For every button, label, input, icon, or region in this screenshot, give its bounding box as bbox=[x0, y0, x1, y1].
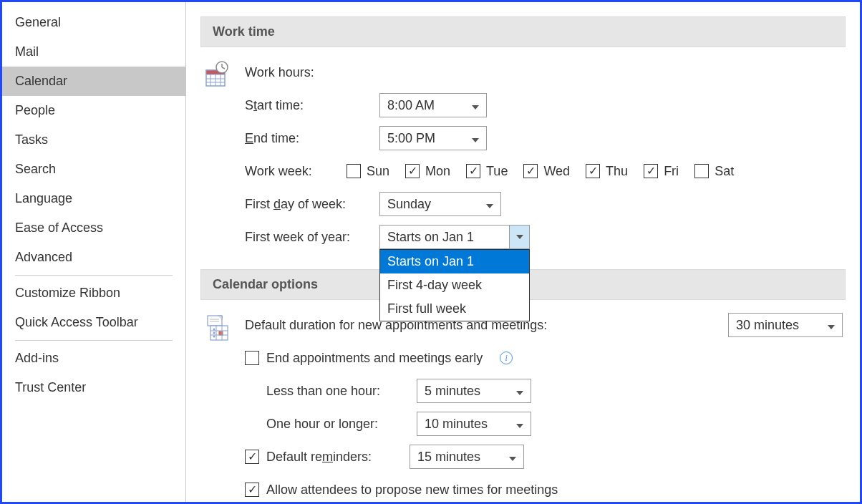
calendar-page-icon bbox=[200, 310, 232, 504]
checkmark-icon: ✓ bbox=[646, 165, 656, 177]
main-panel: Work time Work hours: bbox=[186, 2, 860, 502]
first-day-value: Sunday bbox=[387, 197, 431, 212]
day-label: Sat bbox=[715, 164, 734, 179]
dropdown-option[interactable]: First 4-day week bbox=[380, 273, 529, 297]
checkbox-fri[interactable]: ✓ bbox=[644, 164, 658, 178]
checkmark-icon: ✓ bbox=[469, 165, 478, 177]
checkbox-mon[interactable]: ✓ bbox=[405, 164, 420, 178]
one-hour-or-longer-label: One hour or longer: bbox=[266, 417, 402, 432]
default-reminders-select[interactable]: 15 minutes bbox=[410, 445, 524, 469]
checkmark-icon: ✓ bbox=[248, 451, 257, 462]
sidebar-item-language[interactable]: Language bbox=[2, 184, 185, 213]
svg-point-14 bbox=[213, 329, 216, 331]
checkbox-allow-propose[interactable]: ✓ bbox=[245, 483, 259, 497]
chevron-down-icon bbox=[465, 131, 479, 146]
sidebar-item-tasks[interactable]: Tasks bbox=[2, 125, 185, 155]
sidebar-divider bbox=[15, 340, 173, 341]
work-time-header: Work time bbox=[200, 16, 846, 47]
first-week-value: Starts on Jan 1 bbox=[387, 230, 474, 245]
checkmark-icon: ✓ bbox=[248, 484, 257, 495]
start-time-label: Start time: bbox=[245, 98, 365, 113]
checkbox-thu[interactable]: ✓ bbox=[586, 164, 600, 178]
start-time-select[interactable]: 8:00 AM bbox=[379, 93, 487, 117]
sidebar-item-quick-access-toolbar[interactable]: Quick Access Toolbar bbox=[2, 308, 185, 337]
sidebar-divider bbox=[15, 275, 173, 276]
info-icon[interactable]: i bbox=[500, 352, 513, 364]
default-reminders-value: 15 minutes bbox=[417, 450, 480, 465]
day-label: Wed bbox=[543, 164, 570, 179]
default-duration-value: 30 minutes bbox=[736, 318, 799, 333]
chevron-down-icon bbox=[820, 318, 835, 333]
sidebar-item-people[interactable]: People bbox=[2, 96, 185, 125]
svg-point-15 bbox=[213, 332, 216, 334]
checkmark-icon: ✓ bbox=[408, 165, 417, 177]
less-than-hour-label: Less than one hour: bbox=[266, 384, 402, 399]
work-time-section: Work hours: Start time: 8:00 AM End time… bbox=[200, 57, 846, 255]
end-time-value: 5:00 PM bbox=[387, 131, 435, 146]
day-label: Tue bbox=[486, 164, 508, 179]
sidebar-item-calendar[interactable]: Calendar bbox=[2, 67, 185, 96]
end-time-select[interactable]: 5:00 PM bbox=[379, 126, 487, 150]
one-hour-or-longer-value: 10 minutes bbox=[425, 417, 488, 432]
end-early-label: End appointments and meetings early bbox=[266, 351, 483, 366]
sidebar-item-customize-ribbon[interactable]: Customize Ribbon bbox=[2, 278, 185, 308]
less-than-hour-value: 5 minutes bbox=[425, 384, 480, 399]
chevron-down-icon bbox=[509, 226, 529, 248]
checkbox-default-reminders[interactable]: ✓ bbox=[245, 450, 259, 464]
sidebar-item-general[interactable]: General bbox=[2, 8, 185, 37]
options-dialog: General Mail Calendar People Tasks Searc… bbox=[0, 0, 862, 504]
chevron-down-icon bbox=[509, 384, 523, 399]
first-week-select[interactable]: Starts on Jan 1 bbox=[379, 225, 530, 249]
checkbox-end-early[interactable] bbox=[245, 351, 259, 365]
checkbox-wed[interactable]: ✓ bbox=[523, 164, 538, 178]
day-label: Mon bbox=[425, 164, 450, 179]
checkbox-sat[interactable] bbox=[694, 164, 709, 178]
work-hours-label: Work hours: bbox=[245, 65, 314, 80]
sidebar-item-mail[interactable]: Mail bbox=[2, 37, 185, 67]
checkmark-icon: ✓ bbox=[526, 165, 536, 177]
chevron-down-icon bbox=[465, 98, 479, 113]
sidebar-item-search[interactable]: Search bbox=[2, 155, 185, 184]
less-than-hour-select[interactable]: 5 minutes bbox=[417, 379, 531, 403]
start-time-value: 8:00 AM bbox=[387, 98, 435, 113]
sidebar-item-trust-center[interactable]: Trust Center bbox=[2, 373, 185, 402]
one-hour-or-longer-select[interactable]: 10 minutes bbox=[417, 412, 531, 436]
checkbox-tue[interactable]: ✓ bbox=[466, 164, 480, 178]
day-label: Fri bbox=[664, 164, 679, 179]
chevron-down-icon bbox=[509, 417, 523, 432]
default-duration-select[interactable]: 30 minutes bbox=[728, 313, 843, 337]
dropdown-option[interactable]: Starts on Jan 1 bbox=[380, 250, 529, 273]
category-sidebar: General Mail Calendar People Tasks Searc… bbox=[2, 2, 186, 502]
first-day-label: First day of week: bbox=[245, 197, 365, 212]
allow-propose-label: Allow attendees to propose new times for… bbox=[266, 483, 558, 498]
work-week-label: Work week: bbox=[245, 164, 331, 179]
first-day-select[interactable]: Sunday bbox=[379, 192, 501, 216]
first-week-dropdown: Starts on Jan 1 First 4-day week First f… bbox=[379, 249, 530, 321]
chevron-down-icon bbox=[502, 450, 516, 465]
chevron-down-icon bbox=[479, 197, 493, 212]
sidebar-item-ease-of-access[interactable]: Ease of Access bbox=[2, 213, 185, 243]
day-label: Thu bbox=[606, 164, 628, 179]
dropdown-option[interactable]: First full week bbox=[380, 297, 529, 321]
calendar-clock-icon bbox=[200, 57, 232, 255]
default-reminders-label: Default reminders: bbox=[266, 450, 395, 465]
end-time-label: End time: bbox=[245, 131, 365, 146]
svg-point-16 bbox=[213, 336, 216, 338]
day-label: Sun bbox=[367, 164, 389, 179]
checkmark-icon: ✓ bbox=[589, 165, 598, 177]
first-week-label: First week of year: bbox=[245, 230, 365, 245]
checkbox-sun[interactable] bbox=[347, 164, 361, 178]
sidebar-item-add-ins[interactable]: Add-ins bbox=[2, 344, 185, 373]
calendar-options-section: Default duration for new appointments an… bbox=[200, 310, 846, 504]
sidebar-item-advanced[interactable]: Advanced bbox=[2, 243, 185, 272]
